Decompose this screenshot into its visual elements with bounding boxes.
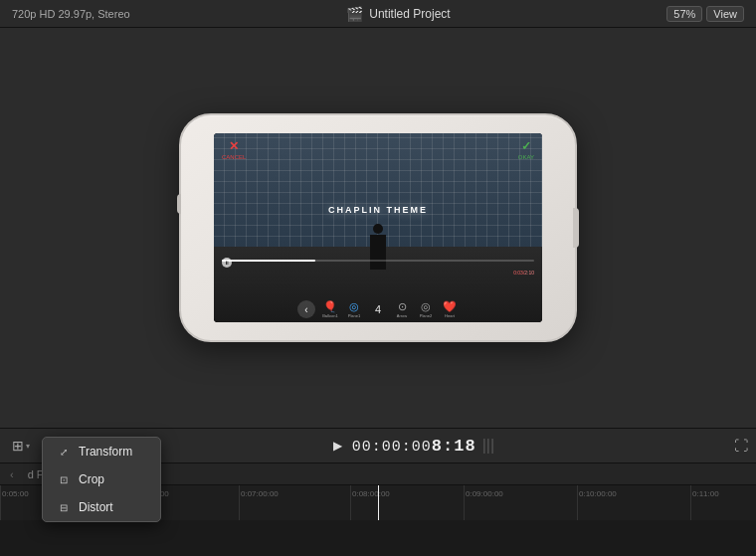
timecode-frames: 8:18 <box>432 437 476 456</box>
top-bar-right: 57% View <box>666 6 744 22</box>
ruler-tick-4: 0:09:00:00 <box>466 489 503 498</box>
arrow-button[interactable]: ⊙ Arrow <box>393 300 411 318</box>
crop-label: Crop <box>79 472 104 486</box>
pause-button[interactable]: ⏸ <box>222 258 232 268</box>
project-title: Untitled Project <box>369 7 450 21</box>
phone-video: ✕ CANCEL ✓ OKAY CHAPLIN THEME <box>214 133 542 322</box>
phone-controls: ‹ 🎈 Balloon1 ◎ Plane1 4 <box>214 300 542 318</box>
phone-mockup: ✕ CANCEL ✓ OKAY CHAPLIN THEME <box>169 59 587 397</box>
preview-area: ✕ CANCEL ✓ OKAY CHAPLIN THEME <box>0 28 756 428</box>
chaplin-title: CHAPLIN THEME <box>328 205 428 215</box>
top-bar: 720p HD 29.97p, Stereo 🎬 Untitled Projec… <box>0 0 756 28</box>
zoom-button[interactable]: 57% <box>666 6 702 22</box>
phone-body: ✕ CANCEL ✓ OKAY CHAPLIN THEME <box>179 113 577 342</box>
transform-dropdown: ⤢ Transform ⊡ Crop ⊟ Distort <box>42 437 161 522</box>
ok-label: OKAY <box>518 154 534 160</box>
playhead <box>378 485 379 520</box>
fullscreen-button[interactable]: ⛶ <box>734 438 748 454</box>
view-button[interactable]: View <box>706 6 744 22</box>
ruler-tick-0: 0:05:00 <box>2 489 29 498</box>
phone-screen: ✕ CANCEL ✓ OKAY CHAPLIN THEME <box>214 133 542 322</box>
heart-button[interactable]: ❤️ Heart <box>441 300 459 318</box>
ruler-line-3 <box>350 485 351 520</box>
ruler-line-4 <box>464 485 465 520</box>
ruler-line-0 <box>0 485 1 520</box>
bottom-toolbar: ⊞ ▾ ⤢ ▾ ◎ ▾ ▶ 00:00:008:18 ||| ⛶ ⤢ Trans… <box>0 428 756 463</box>
ruler-tick-3: 0:08:00:00 <box>352 489 390 498</box>
ruler-tick-2: 0:07:00:00 <box>241 489 279 498</box>
dropdown-item-distort[interactable]: ⊟ Distort <box>43 493 160 521</box>
timecode-display: ▶ 00:00:008:18 ||| <box>97 437 726 456</box>
back-button[interactable]: ‹ <box>297 300 315 318</box>
ruler-line-6 <box>690 485 691 520</box>
balloon-button[interactable]: 🎈 Balloon1 <box>321 300 339 318</box>
dropdown-item-transform[interactable]: ⤢ Transform <box>43 438 160 465</box>
distort-label: Distort <box>79 500 113 514</box>
person-silhouette <box>370 235 386 270</box>
check-icon: ✓ <box>521 139 531 153</box>
timeline-prev-button[interactable]: ‹ <box>6 467 18 481</box>
phone-volume-button <box>177 194 181 214</box>
timecode-value: 00:00:008:18 <box>352 437 476 456</box>
plane2-button[interactable]: ◎ Plane2 <box>417 300 435 318</box>
cancel-label: CANCEL <box>222 154 246 160</box>
layout-button[interactable]: ⊞ ▾ <box>8 435 34 457</box>
ruler-line-2 <box>239 485 240 520</box>
video-time: 0:03/2:10 <box>513 270 534 276</box>
plane1-button[interactable]: ◎ Plane1 <box>345 300 363 318</box>
layout-chevron: ▾ <box>26 442 30 451</box>
resolution-label: 720p HD 29.97p, Stereo <box>12 8 130 20</box>
video-progress-fill <box>222 260 315 262</box>
timecode-bars: ||| <box>482 437 494 455</box>
ruler-line-5 <box>577 485 578 520</box>
film-icon: 🎬 <box>346 6 363 22</box>
ok-overlay: ✓ OKAY <box>518 139 534 160</box>
cancel-overlay: ✕ CANCEL <box>222 139 246 160</box>
video-progress-bar <box>222 260 534 262</box>
number-button[interactable]: 4 <box>369 300 387 318</box>
distort-menu-icon: ⊟ <box>57 500 71 514</box>
play-button[interactable]: ▶ <box>329 439 346 453</box>
phone-power-button <box>573 208 579 248</box>
x-icon: ✕ <box>229 139 239 153</box>
layout-icon: ⊞ <box>12 438 24 454</box>
dropdown-item-crop[interactable]: ⊡ Crop <box>43 465 160 493</box>
transform-menu-icon: ⤢ <box>57 445 71 459</box>
ruler-tick-5: 0:10:00:00 <box>579 489 617 498</box>
transform-label: Transform <box>79 445 132 459</box>
title-center: 🎬 Untitled Project <box>346 6 450 22</box>
ruler-tick-6: 0:11:00 <box>692 489 719 498</box>
crop-menu-icon: ⊡ <box>57 472 71 486</box>
person-head <box>373 224 383 234</box>
